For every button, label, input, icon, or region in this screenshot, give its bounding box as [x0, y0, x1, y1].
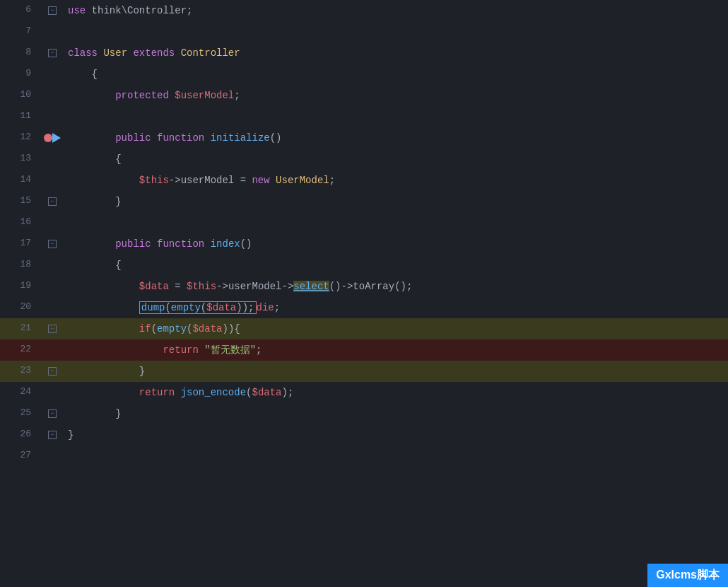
code-content: } — [62, 403, 728, 424]
line-number: 22 — [0, 339, 42, 361]
gutter: − — [42, 42, 62, 64]
gutter: − — [42, 318, 62, 339]
gutter — [42, 149, 62, 170]
code-line: 18 { — [0, 255, 728, 276]
code-line: 10 protected $userModel; — [0, 85, 728, 106]
line-number: 9 — [0, 64, 42, 85]
code-content — [62, 106, 728, 127]
code-content: } — [62, 424, 728, 446]
fold-icon[interactable]: − — [48, 6, 57, 15]
gutter — [42, 106, 62, 127]
line-number: 11 — [0, 106, 42, 127]
code-content: { — [62, 149, 728, 170]
code-line: 25− } — [0, 403, 728, 424]
gutter — [42, 339, 62, 361]
gutter — [42, 170, 62, 191]
line-number: 18 — [0, 255, 42, 276]
line-number: 13 — [0, 149, 42, 170]
fold-icon[interactable]: − — [48, 325, 57, 333]
fold-icon[interactable]: − — [48, 197, 57, 206]
line-number: 10 — [0, 85, 42, 106]
code-line: 24 return json_encode($data); — [0, 382, 728, 403]
gutter: − — [42, 233, 62, 255]
gutter — [42, 446, 62, 467]
code-content: protected $userModel; — [62, 85, 728, 106]
fold-icon[interactable]: − — [48, 409, 57, 418]
fold-icon[interactable]: − — [48, 431, 57, 439]
gutter — [42, 276, 62, 297]
gutter — [42, 64, 62, 85]
gutter — [42, 382, 62, 403]
line-number: 16 — [0, 212, 42, 233]
code-content — [62, 21, 728, 42]
code-line: 15− } — [0, 191, 728, 212]
code-content — [62, 446, 728, 467]
fold-icon[interactable]: − — [48, 367, 57, 376]
code-content: use think\Controller; — [62, 0, 728, 21]
gutter: − — [42, 191, 62, 212]
fold-icon[interactable]: − — [48, 240, 57, 248]
code-line: 8−class User extends Controller — [0, 42, 728, 64]
gutter: − — [42, 361, 62, 382]
code-line: 26−} — [0, 424, 728, 446]
code-editor: 6−use think\Controller;78−class User ext… — [0, 0, 728, 587]
gutter — [42, 21, 62, 42]
line-number: 25 — [0, 403, 42, 424]
gutter — [42, 297, 62, 318]
gutter — [42, 255, 62, 276]
code-content: $data = $this->userModel->select()->toAr… — [62, 276, 728, 297]
code-line: 21− if(empty($data)){ — [0, 318, 728, 339]
code-content: } — [62, 361, 728, 382]
line-number: 24 — [0, 382, 42, 403]
code-line: 19 $data = $this->userModel->select()->t… — [0, 276, 728, 297]
gutter: − — [42, 0, 62, 21]
code-content: } — [62, 191, 728, 212]
line-number: 8 — [0, 42, 42, 64]
line-number: 17 — [0, 233, 42, 255]
line-number: 26 — [0, 424, 42, 446]
code-content: $this->userModel = new UserModel; — [62, 170, 728, 191]
code-content: dump(empty($data));die; — [62, 297, 728, 318]
code-content: if(empty($data)){ — [62, 318, 728, 339]
execution-arrow — [52, 133, 61, 143]
code-line: 14 $this->userModel = new UserModel; — [0, 170, 728, 191]
code-content: { — [62, 255, 728, 276]
line-number: 6 — [0, 0, 42, 21]
line-number: 27 — [0, 446, 42, 467]
code-line: 9 { — [0, 64, 728, 85]
code-content: return json_encode($data); — [62, 382, 728, 403]
gutter: − — [42, 403, 62, 424]
line-number: 23 — [0, 361, 42, 382]
code-line: 22 return "暂无数据"; — [0, 339, 728, 361]
line-number: 15 — [0, 191, 42, 212]
gutter — [42, 212, 62, 233]
watermark: Gxlcms脚本 — [647, 564, 728, 587]
code-content: { — [62, 64, 728, 85]
code-line: 12 public function initialize() — [0, 127, 728, 149]
code-line: 27 — [0, 446, 728, 467]
code-line: 23− } — [0, 361, 728, 382]
line-number: 7 — [0, 21, 42, 42]
line-number: 21 — [0, 318, 42, 339]
gutter — [42, 127, 62, 149]
code-line: 20 dump(empty($data));die; — [0, 297, 728, 318]
code-content: public function initialize() — [62, 127, 728, 149]
code-line: 16 — [0, 212, 728, 233]
code-line: 6−use think\Controller; — [0, 0, 728, 21]
code-content — [62, 212, 728, 233]
line-number: 19 — [0, 276, 42, 297]
code-content: return "暂无数据"; — [62, 339, 728, 361]
fold-icon[interactable]: − — [48, 49, 57, 57]
code-line: 13 { — [0, 149, 728, 170]
code-line: 7 — [0, 21, 728, 42]
line-number: 12 — [0, 127, 42, 149]
gutter — [42, 85, 62, 106]
code-line: 11 — [0, 106, 728, 127]
gutter: − — [42, 424, 62, 446]
line-number: 14 — [0, 170, 42, 191]
line-number: 20 — [0, 297, 42, 318]
code-line: 17− public function index() — [0, 233, 728, 255]
breakpoint-dot[interactable] — [44, 134, 52, 142]
code-content: class User extends Controller — [62, 42, 728, 64]
code-content: public function index() — [62, 233, 728, 255]
